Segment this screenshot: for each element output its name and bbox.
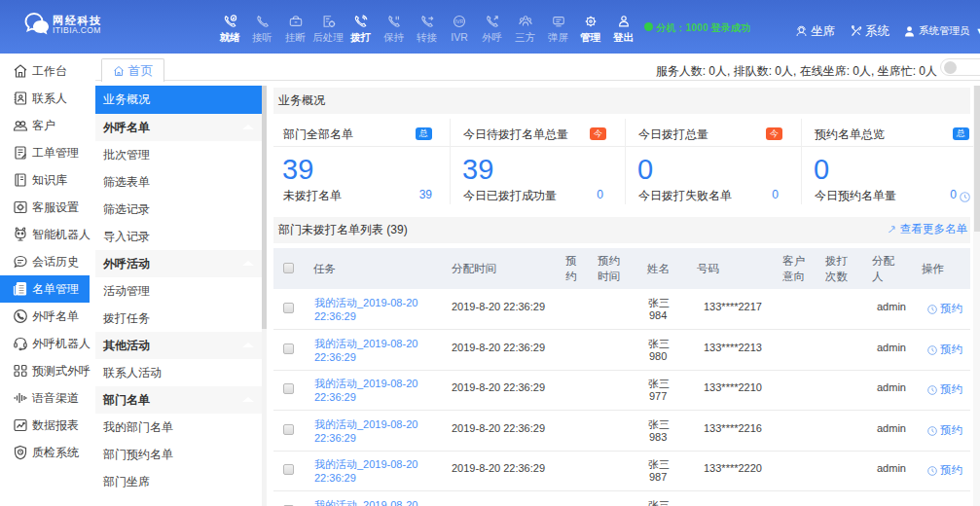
svg-text:IVR: IVR (455, 18, 464, 24)
